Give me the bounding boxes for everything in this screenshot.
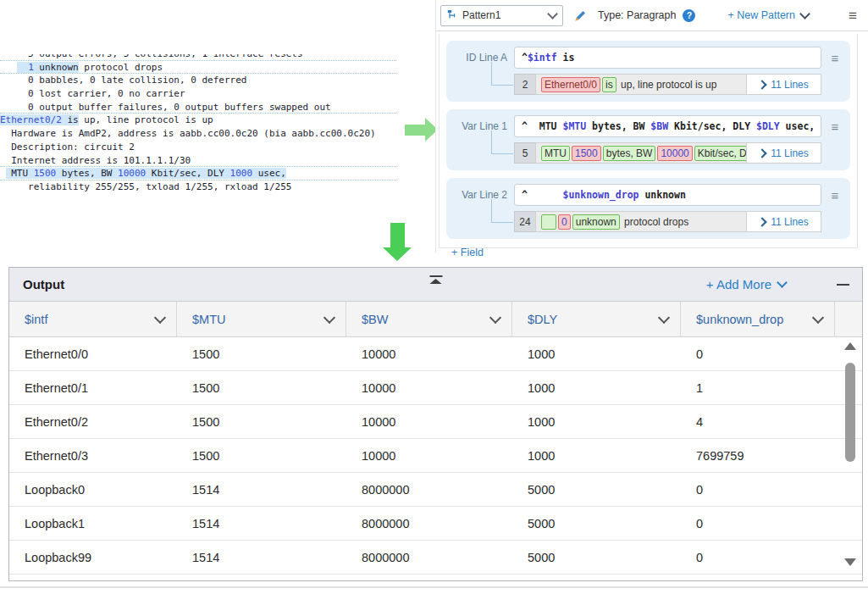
regex-literal: ^ — [522, 189, 562, 201]
table-cell: 1500 — [177, 381, 346, 395]
table-cell: Loopback0 — [9, 483, 177, 497]
table-cell: 8000000 — [346, 483, 512, 497]
table-cell: 1514 — [177, 517, 346, 530]
regex-input[interactable]: ^ MTU $MTU bytes, BW $BW Kbit/sec, DLY $… — [514, 115, 821, 137]
collapse-panel-icon[interactable] — [429, 275, 442, 284]
column-header-BW[interactable]: $BW — [346, 302, 512, 336]
regex-variable: $unknown_drop — [562, 189, 639, 201]
match-row: 5MTU1500bytes, BW10000Kbit/sec, DLY1000u… — [514, 142, 821, 164]
lines-count-label: 11 Lines — [771, 79, 808, 91]
window-bottom-edge — [0, 586, 868, 588]
text-segment: unknown — [34, 62, 79, 73]
table-cell: 0 — [681, 551, 835, 564]
add-more-button[interactable]: + Add More — [706, 277, 786, 291]
match-row: 24 0unknown protocol drops11 Lines — [514, 211, 821, 232]
table-cell: 7699759 — [681, 449, 835, 463]
new-pattern-label: + New Pattern — [727, 9, 795, 21]
table-cell: 1000 — [512, 449, 681, 463]
scrollbar-thumb[interactable] — [845, 363, 855, 462]
literal-match-token — [541, 214, 556, 230]
column-header-label: $intf — [25, 313, 156, 326]
regex-input[interactable]: ^ $unknown_drop unknown — [514, 184, 821, 206]
vertical-scrollbar[interactable] — [843, 341, 857, 568]
add-more-label: + Add More — [706, 277, 771, 291]
menu-icon[interactable]: ≡ — [849, 8, 857, 23]
pattern-body: ID Line A^$intf is≡2Ethernet0/0is up, li… — [439, 34, 858, 248]
text-segment: is — [62, 114, 79, 125]
expand-lines-button[interactable]: 11 Lines — [747, 142, 821, 164]
highlighted-token: 1500 — [34, 168, 57, 179]
highlighted-token: Ethernet0/2 — [0, 114, 62, 125]
section-menu-icon[interactable]: ≡ — [828, 52, 842, 64]
highlighted-token: 1000 — [230, 168, 253, 179]
console-line: Description: circuit 2 — [0, 141, 396, 154]
flow-arrow-right-icon — [405, 118, 439, 142]
lines-count-label: 11 Lines — [771, 147, 808, 159]
table-row: Loopback11514800000050000 — [9, 507, 862, 541]
table-cell: 10000 — [346, 415, 512, 429]
scroll-up-icon[interactable] — [844, 342, 856, 350]
match-preview: 0unknown protocol drops — [535, 211, 747, 232]
match-tail-text: protocol drops — [622, 216, 688, 228]
table-cell: 5000 — [512, 483, 681, 497]
text-segment: Internet address is 101.1.1.1/30 — [0, 155, 191, 166]
column-header-label: $BW — [362, 313, 491, 326]
connector-line — [491, 130, 513, 154]
table-cell: 1000 — [512, 415, 681, 429]
regex-literal: unknown — [639, 189, 685, 201]
text-segment — [17, 62, 28, 73]
section-menu-icon[interactable]: ≡ — [828, 189, 842, 202]
chevron-down-icon — [658, 311, 670, 323]
text-segment: Hardware is AmdP2, address is aabb.cc00.… — [0, 128, 376, 139]
text-segment: 5 output errors, 5 collisions, 1 interfa… — [0, 54, 303, 59]
chevron-down-icon — [799, 8, 810, 19]
section-menu-icon[interactable]: ≡ — [828, 120, 842, 133]
pattern-select[interactable]: Pattern1 — [440, 5, 563, 26]
regex-literal: ^ — [522, 52, 528, 64]
console-line: 1 unknown protocol drops — [0, 61, 396, 75]
regex-variable: $BW — [650, 120, 668, 132]
text-segment: Description: circuit 2 — [0, 142, 135, 153]
console-line: 0 output buffer failures, 0 output buffe… — [0, 101, 396, 114]
table-row: Ethernet0/315001000010007699759 — [9, 439, 862, 473]
table-row: Loopback01514800000050000 — [9, 473, 862, 507]
table-cell: 1500 — [177, 347, 346, 361]
table-cell: 10000 — [346, 381, 512, 395]
expand-lines-button[interactable]: 11 Lines — [747, 74, 821, 95]
chevron-down-icon — [812, 311, 824, 323]
column-header-MTU[interactable]: $MTU — [177, 302, 346, 336]
new-pattern-button[interactable]: + New Pattern — [727, 9, 809, 21]
table-cell: 1500 — [177, 415, 346, 429]
add-field-button[interactable]: + Field — [451, 247, 850, 258]
table-row: Ethernet0/015001000010000 — [9, 337, 862, 371]
table-cell: 1500 — [177, 449, 346, 463]
literal-match-token: unknown — [572, 214, 620, 230]
table-cell: 0 — [681, 347, 835, 361]
regex-variable: $intf — [528, 52, 557, 64]
edit-pencil-icon[interactable] — [574, 9, 587, 22]
column-header-label: $unknown_drop — [696, 313, 814, 326]
scroll-down-icon[interactable] — [844, 558, 856, 566]
output-panel: Output + Add More $intf$MTU$BW$DLY$unkno… — [8, 267, 863, 581]
chevron-down-icon — [154, 311, 166, 323]
table-cell: 1000 — [512, 347, 681, 361]
table-row: Loopback991514800000050000 — [9, 541, 862, 575]
collapse-icon-triangle — [430, 279, 442, 284]
column-header-unknown_drop[interactable]: $unknown_drop — [681, 302, 835, 336]
expand-lines-button[interactable]: 11 Lines — [747, 211, 821, 232]
text-segment: 0 lost carrier, 0 no carrier — [0, 88, 185, 99]
text-segment: reliability 255/255, txload 1/255, rxloa… — [0, 181, 291, 192]
console-line: 0 babbles, 0 late collision, 0 deferred — [0, 74, 396, 87]
table-cell: 1000 — [512, 381, 681, 395]
regex-variable: $DLY — [756, 120, 780, 132]
chevron-right-icon — [758, 148, 767, 158]
pattern-select-value: Pattern1 — [462, 9, 544, 21]
help-icon[interactable]: ? — [683, 9, 695, 22]
regex-input[interactable]: ^$intf is — [514, 47, 821, 69]
column-header-intf[interactable]: $intf — [9, 302, 177, 336]
column-header-DLY[interactable]: $DLY — [512, 302, 681, 336]
console-line: MTU 1500 bytes, BW 10000 Kbit/sec, DLY 1… — [0, 167, 396, 180]
minimize-icon[interactable] — [837, 284, 849, 286]
table-cell: Ethernet0/1 — [9, 381, 177, 395]
table-cell: 1 — [681, 381, 835, 395]
